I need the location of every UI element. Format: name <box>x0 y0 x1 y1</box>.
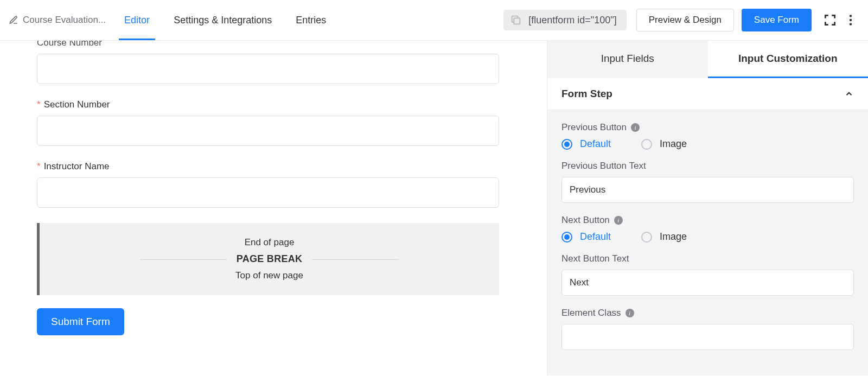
field-course-number[interactable]: Course Number <box>37 41 499 84</box>
info-icon[interactable]: i <box>626 309 634 317</box>
edit-icon <box>9 15 18 25</box>
end-of-page-label: End of page <box>40 237 499 248</box>
tab-editor[interactable]: Editor <box>124 1 150 40</box>
previous-button-label: Previous Button i <box>561 122 854 133</box>
page-break-element[interactable]: End of page PAGE BREAK Top of new page <box>37 223 499 295</box>
tab-settings[interactable]: Settings & Integrations <box>174 1 272 40</box>
topbar: Course Evaluation... Editor Settings & I… <box>0 0 868 41</box>
field-label: Course Number <box>37 41 499 48</box>
text-input[interactable] <box>37 54 499 84</box>
shortcode-copy[interactable]: [fluentform id="100"] <box>503 10 626 30</box>
fullscreen-icon <box>823 13 837 27</box>
svg-rect-0 <box>514 18 520 24</box>
copy-icon <box>510 14 522 26</box>
text-input[interactable] <box>37 116 499 146</box>
element-class-label: Element Class i <box>561 308 854 318</box>
tab-input-fields[interactable]: Input Fields <box>547 41 708 78</box>
radio-next-default[interactable]: Default <box>561 231 611 243</box>
panel-title: Form Step <box>561 88 612 100</box>
field-label: *Section Number <box>37 99 499 110</box>
previous-button-text-label: Previous Button Text <box>561 161 854 171</box>
field-section-number[interactable]: *Section Number <box>37 99 499 146</box>
previous-button-type: Default Image <box>561 138 854 150</box>
previous-button-text-input[interactable] <box>561 177 854 203</box>
more-vertical-icon <box>844 13 858 27</box>
more-menu-button[interactable] <box>842 11 859 29</box>
field-instructor-name[interactable]: *Instructor Name <box>37 161 499 208</box>
next-button-text-label: Next Button Text <box>561 253 854 264</box>
info-icon[interactable]: i <box>631 123 640 132</box>
element-class-input[interactable] <box>561 324 854 350</box>
page-break-label: PAGE BREAK <box>227 253 312 265</box>
radio-next-image[interactable]: Image <box>641 231 687 243</box>
submit-button[interactable]: Submit Form <box>37 308 124 335</box>
svg-point-2 <box>850 19 852 21</box>
form-canvas: Course Number *Section Number *Instructo… <box>0 41 547 375</box>
sidebar: Input Fields Input Customization Form St… <box>547 41 868 375</box>
next-button-type: Default Image <box>561 231 854 243</box>
svg-point-1 <box>850 15 852 17</box>
panel-form-step-body: Previous Button i Default Image Previous… <box>547 110 868 375</box>
field-label: *Instructor Name <box>37 161 499 172</box>
panel-form-step-header[interactable]: Form Step <box>547 78 868 110</box>
tab-entries[interactable]: Entries <box>296 1 326 40</box>
radio-prev-image[interactable]: Image <box>641 138 687 150</box>
fullscreen-button[interactable] <box>821 11 839 29</box>
preview-design-button[interactable]: Preview & Design <box>636 9 734 31</box>
text-input[interactable] <box>37 177 499 208</box>
shortcode-text: [fluentform id="100"] <box>528 15 616 26</box>
tab-input-customization[interactable]: Input Customization <box>708 41 869 78</box>
main: Course Number *Section Number *Instructo… <box>0 41 868 375</box>
save-form-button[interactable]: Save Form <box>742 9 812 31</box>
info-icon[interactable]: i <box>614 216 623 225</box>
form-name[interactable]: Course Evaluation... <box>9 15 106 26</box>
radio-prev-default[interactable]: Default <box>561 138 611 150</box>
next-button-text-input[interactable] <box>561 270 854 296</box>
main-tabs: Editor Settings & Integrations Entries <box>124 1 326 40</box>
chevron-up-icon <box>844 89 854 99</box>
next-button-label: Next Button i <box>561 215 854 226</box>
form-name-text: Course Evaluation... <box>23 15 106 26</box>
sidebar-tabs: Input Fields Input Customization <box>547 41 868 78</box>
top-of-page-label: Top of new page <box>40 270 499 281</box>
svg-point-3 <box>850 23 852 25</box>
